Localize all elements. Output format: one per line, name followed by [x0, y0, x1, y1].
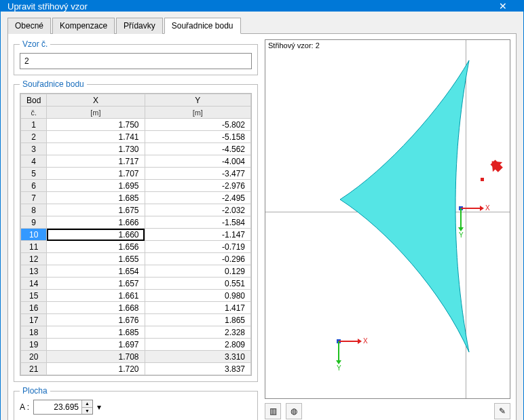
table-row[interactable]: 61.695-2.976 [21, 180, 251, 192]
window-title: Upravit střihový vzor [7, 1, 88, 12]
plocha-spinner[interactable]: ▲ ▼ [33, 400, 93, 415]
table-row[interactable]: 71.685-2.495 [21, 192, 251, 204]
table-row[interactable]: 91.666-1.584 [21, 216, 251, 229]
table-row[interactable]: 41.717-4.004 [21, 155, 251, 168]
tab-0[interactable]: Obecné [7, 18, 51, 34]
table-row[interactable]: 111.656-0.719 [21, 241, 251, 253]
view-tool-1-icon[interactable]: ▥ [265, 403, 281, 419]
plocha-unit-dropdown[interactable]: ▾ [97, 402, 101, 412]
table-row[interactable]: 101.660-1.147 [21, 229, 251, 241]
table-row[interactable]: 191.6972.809 [21, 339, 251, 351]
col-x: X [47, 94, 145, 107]
coords-table-scroll[interactable]: Bod X Y č. [m] [m] 11.750-5.80 [20, 93, 252, 376]
table-row[interactable]: 81.675-2.032 [21, 204, 251, 216]
table-row[interactable]: 31.730-4.562 [21, 143, 251, 155]
table-row[interactable]: 211.7203.837 [21, 363, 251, 375]
pattern-shape [265, 40, 510, 373]
vzor-input[interactable] [20, 53, 252, 69]
table-row[interactable]: 11.750-5.802 [21, 119, 251, 131]
close-icon[interactable]: ✕ [489, 1, 517, 12]
spin-down-icon[interactable]: ▼ [82, 408, 92, 415]
coords-legend: Souřadnice bodu [20, 79, 87, 89]
tab-2[interactable]: Přídavky [116, 18, 163, 34]
table-row[interactable]: 171.6761.865 [21, 314, 251, 326]
table-row[interactable]: 51.707-3.477 [21, 168, 251, 180]
vzor-legend: Vzor č. [20, 39, 50, 49]
tab-3[interactable]: Souřadnice bodu [164, 18, 241, 34]
canvas-title: Střihový vzor: 2 [268, 41, 320, 50]
table-row[interactable]: 151.6610.980 [21, 290, 251, 302]
tabs: ObecnéKompenzacePřídavkySouřadnice bodu [7, 17, 517, 34]
plocha-legend: Plocha [20, 386, 50, 396]
vzor-fieldset: Vzor č. [14, 39, 258, 75]
coords-fieldset: Souřadnice bodu Bod X Y č. [14, 79, 258, 382]
coord-system-main: X Y [461, 208, 495, 242]
table-row[interactable]: 141.6570.551 [21, 278, 251, 290]
view-tool-2-icon[interactable]: ◍ [286, 403, 302, 419]
spin-up-icon[interactable]: ▲ [82, 400, 92, 408]
plocha-value[interactable] [34, 400, 81, 414]
tab-1[interactable]: Kompenzace [52, 18, 115, 34]
table-row[interactable]: 161.6681.417 [21, 302, 251, 314]
coords-table: Bod X Y č. [m] [m] 11.750-5.80 [20, 94, 251, 375]
table-row[interactable]: 201.7083.310 [21, 351, 251, 363]
table-row[interactable]: 181.6852.328 [21, 326, 251, 339]
highlight-point [481, 178, 484, 181]
table-row[interactable]: 121.655-0.296 [21, 253, 251, 265]
coord-system-legend: X Y [339, 341, 366, 368]
col-bod: Bod [21, 94, 47, 107]
print-tool-icon[interactable]: ✎ [494, 403, 510, 419]
plocha-fieldset: Plocha A : ▲ ▼ ▾ [14, 386, 258, 420]
plocha-label: A : [20, 402, 29, 412]
preview-canvas[interactable]: Střihový vzor: 2 X Y X Y [265, 39, 510, 399]
titlebar: Upravit střihový vzor ✕ [1, 1, 523, 12]
table-row[interactable]: 131.6540.129 [21, 265, 251, 278]
table-row[interactable]: 21.741-5.158 [21, 131, 251, 143]
col-y: Y [145, 94, 250, 107]
